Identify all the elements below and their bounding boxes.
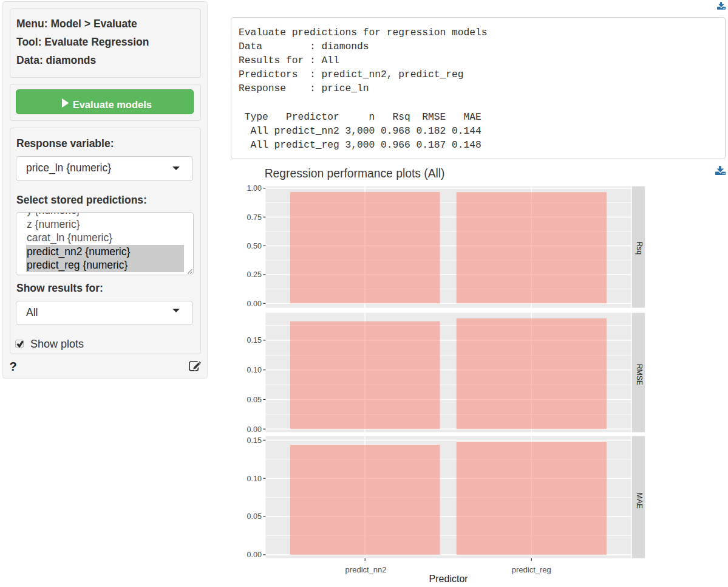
svg-text:Rsq: Rsq [635, 241, 644, 255]
svg-text:0.00: 0.00 [247, 425, 262, 434]
svg-text:1.00: 1.00 [247, 184, 262, 193]
svg-text:Regression performance plots (: Regression performance plots (All) [265, 167, 445, 180]
svg-text:0.15: 0.15 [247, 336, 262, 345]
svg-text:0.00: 0.00 [247, 300, 262, 308]
svg-text:0.05: 0.05 [247, 396, 262, 404]
svg-text:0.10: 0.10 [247, 475, 262, 483]
svg-text:0.25: 0.25 [247, 270, 262, 279]
svg-text:RMSE: RMSE [635, 364, 644, 385]
svg-text:0.15: 0.15 [247, 436, 262, 445]
svg-text:0.10: 0.10 [247, 366, 262, 374]
svg-text:Predictor: Predictor [429, 574, 469, 584]
svg-text:MAE: MAE [635, 493, 644, 509]
svg-text:predict_nn2: predict_nn2 [345, 565, 387, 574]
svg-text:predict_reg: predict_reg [512, 565, 551, 574]
svg-text:0.50: 0.50 [247, 242, 262, 250]
svg-text:0.05: 0.05 [247, 512, 262, 521]
svg-text:0.75: 0.75 [247, 213, 262, 222]
svg-text:0.00: 0.00 [247, 551, 262, 559]
